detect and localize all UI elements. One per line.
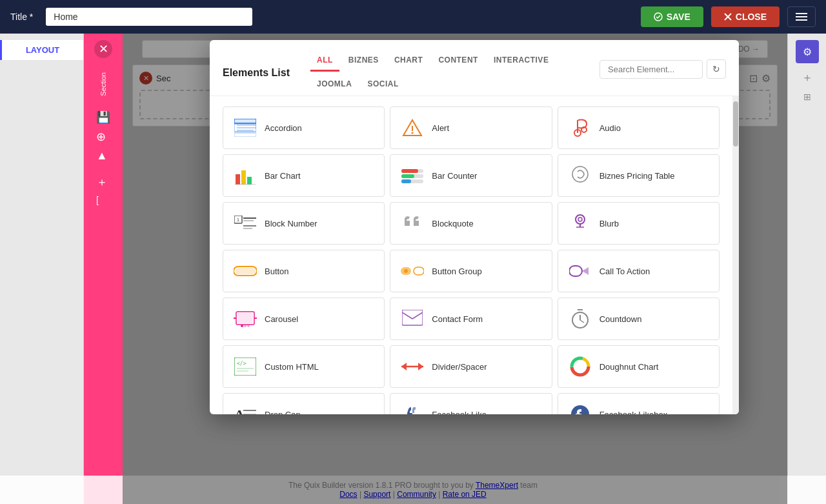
- svg-marker-63: [401, 363, 407, 370]
- block-number-label: Block Number: [265, 219, 317, 228]
- svg-point-44: [404, 269, 408, 273]
- modal-scrollbar[interactable]: [732, 96, 739, 414]
- sidebar-tab-layout[interactable]: LAYOUT: [0, 40, 83, 60]
- hamburger-menu-button[interactable]: [787, 6, 816, 27]
- element-bar-counter[interactable]: Bar Counter: [390, 154, 552, 197]
- tab-biznes[interactable]: BIZNES: [342, 50, 385, 72]
- tab-chart[interactable]: CHART: [388, 50, 430, 72]
- element-block-number[interactable]: 1 Block Number: [223, 202, 385, 245]
- facebook-likebox-icon: [569, 403, 592, 414]
- element-biznes-pricing[interactable]: Biznes Pricing Table: [558, 154, 720, 197]
- element-carousel[interactable]: Carousel: [223, 297, 385, 340]
- top-bar: Title * SAVE CLOSE: [0, 0, 826, 34]
- svg-rect-47: [237, 313, 253, 323]
- svg-point-68: [575, 361, 585, 372]
- button-element-icon: [234, 259, 257, 283]
- divider-spacer-label: Divider/Spacer: [432, 362, 487, 372]
- add-panel-close-button[interactable]: ✕: [94, 40, 112, 58]
- tab-all[interactable]: ALL: [310, 50, 339, 72]
- element-bar-chart[interactable]: Bar Chart: [223, 154, 385, 197]
- doughnut-chart-icon: [569, 355, 592, 378]
- facebook-like-label: Facebook Like: [432, 410, 487, 415]
- element-audio[interactable]: Audio: [558, 106, 720, 149]
- element-blurb[interactable]: Blurb: [558, 202, 720, 245]
- modal-title: Elements List: [223, 67, 290, 79]
- add-icon[interactable]: ＋: [96, 174, 110, 190]
- page-name-input[interactable]: [46, 8, 252, 26]
- search-input[interactable]: [599, 60, 703, 79]
- left-sidebar: LAYOUT: [0, 34, 84, 504]
- element-facebook-likebox[interactable]: Facebook Likebox: [558, 393, 720, 414]
- right-panel: ⚙ ＋ ⊞: [787, 34, 826, 504]
- right-panel-settings-btn[interactable]: ⚙: [796, 40, 819, 63]
- modal-overlay: Elements List ALL BIZNES CHART CONTENT I…: [123, 34, 787, 504]
- app-title: Title *: [10, 12, 33, 22]
- element-countdown[interactable]: Countdown: [558, 297, 720, 340]
- element-doughnut-chart[interactable]: Doughnut Chart: [558, 345, 720, 388]
- bracket-icon[interactable]: [: [96, 195, 110, 205]
- save-section-icon[interactable]: 💾: [96, 110, 110, 125]
- element-blockquote[interactable]: Blockquote: [390, 202, 552, 245]
- svg-rect-26: [401, 174, 414, 178]
- element-alert[interactable]: Alert: [390, 106, 552, 149]
- element-drop-cap[interactable]: A Drop Cap: [223, 393, 385, 414]
- button-element-label: Button: [265, 267, 289, 276]
- tab-social[interactable]: SOCIAL: [361, 74, 405, 96]
- svg-rect-19: [236, 174, 240, 185]
- svg-point-51: [244, 325, 247, 327]
- biznes-pricing-icon: [569, 164, 592, 187]
- svg-rect-21: [247, 177, 252, 185]
- biznes-pricing-label: Biznes Pricing Table: [599, 171, 675, 181]
- move-icon[interactable]: ⊕: [96, 130, 110, 144]
- svg-rect-43: [414, 267, 424, 275]
- tab-joomla[interactable]: JOOMLA: [310, 74, 358, 96]
- svg-rect-24: [401, 169, 418, 173]
- svg-point-29: [572, 166, 588, 182]
- tab-content[interactable]: CONTENT: [432, 50, 485, 72]
- hamburger-icon: [796, 12, 807, 21]
- svg-text:</>: </>: [237, 361, 247, 367]
- element-button[interactable]: Button: [223, 250, 385, 292]
- divider-spacer-icon: [401, 355, 424, 378]
- refresh-button[interactable]: ↻: [707, 59, 726, 79]
- call-to-action-icon: [569, 259, 592, 283]
- element-custom-html[interactable]: </> Custom HTML: [223, 345, 385, 388]
- svg-point-15: [412, 132, 414, 134]
- countdown-icon: [569, 307, 592, 330]
- facebook-like-icon: [401, 403, 424, 414]
- countdown-label: Countdown: [599, 314, 642, 324]
- drop-cap-label: Drop Cap: [265, 410, 301, 415]
- save-button[interactable]: SAVE: [641, 6, 703, 27]
- modal-body: Accordion: [210, 96, 732, 414]
- element-contact-form[interactable]: Contact Form: [390, 297, 552, 340]
- tab-interactive[interactable]: INTERACTIVE: [487, 50, 556, 72]
- alert-icon: [401, 116, 424, 139]
- accordion-icon: [234, 116, 257, 139]
- bar-chart-label: Bar Chart: [265, 171, 301, 181]
- close-button[interactable]: CLOSE: [711, 6, 780, 27]
- modal-header: Elements List ALL BIZNES CHART CONTENT I…: [210, 40, 739, 96]
- svg-text:1: 1: [237, 217, 240, 223]
- element-call-to-action[interactable]: Call To Action: [558, 250, 720, 292]
- svg-rect-12: [234, 133, 256, 137]
- facebook-likebox-label: Facebook Likebox: [599, 410, 668, 415]
- bar-counter-icon: [401, 164, 424, 187]
- element-button-group[interactable]: Button Group: [390, 250, 552, 292]
- right-panel-extra-icon[interactable]: ⊞: [803, 92, 811, 102]
- svg-text:A: A: [234, 407, 245, 414]
- expand-icon[interactable]: ▲: [96, 149, 110, 163]
- svg-rect-45: [569, 266, 582, 276]
- blockquote-label: Blockquote: [432, 219, 473, 228]
- custom-html-icon: </>: [234, 355, 257, 378]
- contact-form-label: Contact Form: [432, 314, 483, 324]
- element-accordion[interactable]: Accordion: [223, 106, 385, 149]
- element-facebook-like[interactable]: Facebook Like: [390, 393, 552, 414]
- add-panel-label: Section: [99, 72, 107, 96]
- elements-list-modal: Elements List ALL BIZNES CHART CONTENT I…: [210, 40, 739, 414]
- add-panel: ✕ Section 💾 ⊕ ▲ ＋ [: [84, 34, 123, 504]
- page-canvas: REDO → ✕ Sec ⊡ ⚙ + Add Elements List: [123, 34, 787, 504]
- right-panel-add-icon[interactable]: ＋: [801, 70, 813, 85]
- element-divider-spacer[interactable]: Divider/Spacer: [390, 345, 552, 388]
- svg-rect-20: [241, 170, 246, 185]
- svg-point-52: [247, 325, 250, 327]
